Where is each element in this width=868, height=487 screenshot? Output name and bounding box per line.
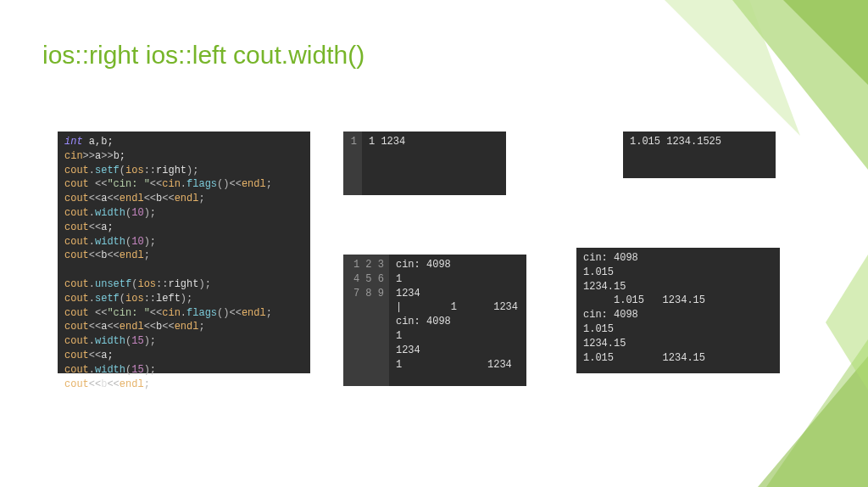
background-decoration (614, 0, 868, 487)
code-line: cout.setf(ios::right); (64, 164, 302, 178)
slide-title: ios::right ios::left cout.width() (42, 41, 364, 70)
code-line (64, 263, 302, 277)
svg-marker-4 (826, 255, 868, 390)
code-line: cout.unsetf(ios::right); (64, 277, 302, 292)
code-line: cout<<b<<endl; (64, 249, 302, 263)
output-panel-a: 1 1 1234 (343, 132, 506, 195)
code-line: cout.setf(ios::left); (64, 292, 302, 306)
code-line: cin>>a>>b; (64, 149, 302, 164)
code-line: cout.width(15); (64, 334, 302, 349)
output-b-body: 1.015 1234.1525 (623, 132, 776, 178)
code-line: cout.width(10); (64, 235, 302, 249)
code-main-panel: int a,b;cin>>a>>b;cout.setf(ios::right);… (58, 132, 310, 373)
code-line: cout <<"cin: "<<cin.flags()<<endl; (64, 306, 302, 321)
svg-marker-3 (758, 356, 868, 487)
code-line: cout.width(10); (64, 206, 302, 221)
code-line: cout.width(15); (64, 363, 302, 378)
output-c-body: cin: 4098 1 1234 | 1 1234 cin: 4098 1 12… (389, 255, 526, 386)
output-panel-b: 1.015 1234.1525 (623, 132, 776, 178)
code-line: cout<<a; (64, 221, 302, 235)
output-d-body: cin: 4098 1.015 1234.15 1.015 1234.15 ci… (576, 248, 780, 373)
output-c-gutter: 1 2 3 4 5 6 7 8 9 (343, 255, 389, 386)
code-line: cout<<a<<endl<<b<<endl; (64, 192, 302, 206)
code-line: cout<<a; (64, 349, 302, 363)
code-line: cout<<b<<endl; (64, 378, 302, 392)
output-panel-d: cin: 4098 1.015 1234.15 1.015 1234.15 ci… (576, 248, 780, 373)
code-line: cout <<"cin: "<<cin.flags()<<endl; (64, 177, 302, 192)
code-line: int a,b; (64, 135, 302, 149)
output-panel-c: 1 2 3 4 5 6 7 8 9 cin: 4098 1 1234 | 1 1… (343, 255, 526, 386)
output-a-gutter: 1 (343, 132, 362, 195)
output-a-body: 1 1234 (362, 132, 506, 195)
code-main-body: int a,b;cin>>a>>b;cout.setf(ios::right);… (58, 132, 310, 373)
code-line: cout<<a<<endl<<b<<endl; (64, 320, 302, 334)
